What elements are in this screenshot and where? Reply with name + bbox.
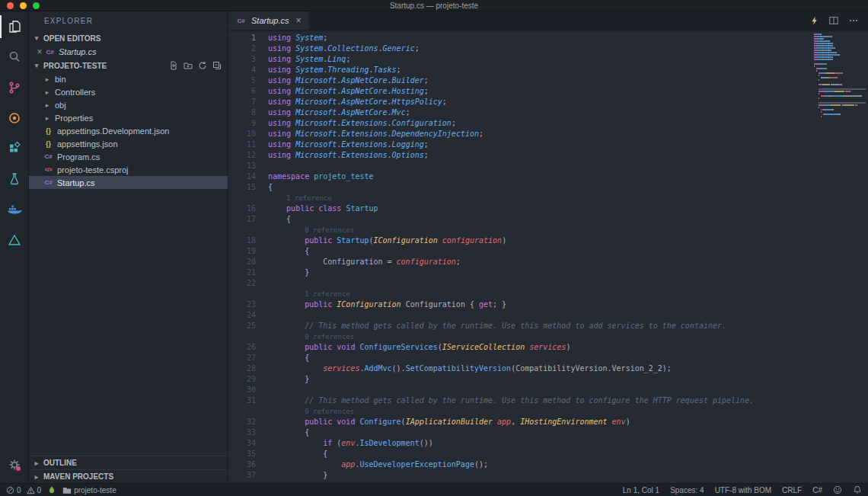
flask-icon (7, 171, 22, 187)
code-line[interactable]: 9using Microsoft.Extensions.Configuratio… (228, 118, 812, 129)
activity-triangle-extension-button[interactable] (0, 225, 29, 255)
code-line[interactable]: 26 public void ConfigureServices(IServic… (228, 342, 812, 353)
code-line[interactable]: 12using Microsoft.Extensions.Options; (228, 150, 812, 161)
code-line[interactable]: 11using Microsoft.Extensions.Logging; (228, 139, 812, 150)
tab-startup-cs[interactable]: C# Startup.cs × (228, 11, 309, 30)
close-tab-icon[interactable]: × (296, 15, 302, 26)
tree-item-label: projeto-teste.csproj (57, 165, 129, 174)
status-encoding[interactable]: UTF-8 with BOM (715, 486, 771, 494)
open-editors-header[interactable]: ▾ OPEN EDITORS (29, 31, 228, 45)
code-line[interactable]: 8using Microsoft.AspNetCore.Mvc; (228, 107, 812, 118)
status-language[interactable]: C# (812, 486, 822, 494)
run-lightning-icon[interactable] (809, 15, 819, 26)
code-line[interactable]: 32 public void Configure(IApplicationBui… (228, 417, 812, 427)
notifications-bell-button[interactable] (853, 485, 862, 494)
status-eol[interactable]: CRLF (782, 486, 802, 494)
codelens-label[interactable]: 0 references (305, 226, 354, 234)
code-line[interactable]: 16 public class Startup (228, 203, 812, 214)
code-line[interactable]: 10using Microsoft.Extensions.DependencyI… (228, 129, 812, 139)
open-editor-item[interactable]: × C# Startup.cs (29, 45, 228, 59)
line-number: 5 (228, 75, 256, 86)
codelens-label[interactable]: 0 references (305, 408, 354, 415)
tree-file-appsettings.json[interactable]: {}appsettings.json (29, 137, 228, 150)
problems-indicator[interactable]: 0 0 (6, 486, 41, 494)
line-content: using Microsoft.AspNetCore.Hosting; (256, 86, 812, 97)
close-window-button[interactable] (7, 2, 14, 9)
activity-settings-button[interactable] (0, 450, 29, 480)
code-line[interactable]: 14namespace projeto_teste (228, 171, 812, 182)
code-line[interactable]: 1using System; (228, 33, 812, 43)
outline-section-header[interactable]: ▸ OUTLINE (29, 456, 228, 469)
code-line[interactable]: 34 if (env.IsDevelopment()) (228, 438, 812, 449)
status-folder-button[interactable]: projeto-teste (62, 486, 116, 494)
tree-file-Program.cs[interactable]: C#Program.cs (29, 150, 228, 163)
triangle-icon (7, 232, 22, 248)
refresh-icon[interactable] (198, 61, 207, 70)
csproj-file-icon: </> (43, 167, 54, 172)
zoom-window-button[interactable] (33, 2, 40, 9)
code-line[interactable]: 33 { (228, 427, 812, 438)
tree-folder-bin[interactable]: ▸bin (29, 72, 228, 85)
more-actions-icon[interactable] (848, 15, 859, 26)
code-line[interactable]: 28 services.AddMvc().SetCompatibilityVer… (228, 363, 812, 374)
code-line[interactable]: 24 (228, 310, 812, 321)
code-line[interactable]: 3using System.Linq; (228, 54, 812, 65)
new-file-icon[interactable] (169, 61, 178, 70)
activity-package-extension-button[interactable] (0, 103, 29, 133)
code-line[interactable]: 30 (228, 385, 812, 395)
activity-bar (0, 11, 29, 483)
activity-docker-button[interactable] (0, 194, 29, 225)
code-line[interactable]: 13 (228, 161, 812, 171)
new-folder-icon[interactable] (183, 61, 193, 70)
minimap[interactable] (812, 30, 868, 483)
code-line[interactable]: 2using System.Collections.Generic; (228, 43, 812, 54)
code-line[interactable]: 31 // This method gets called by the run… (228, 395, 812, 406)
code-line[interactable]: 7using Microsoft.AspNetCore.HttpsPolicy; (228, 97, 812, 107)
line-content: using Microsoft.AspNetCore.HttpsPolicy; (256, 97, 812, 107)
code-line[interactable]: 27 { (228, 353, 812, 363)
collapse-all-icon[interactable] (212, 61, 222, 70)
code-line[interactable]: 37 } (228, 470, 812, 481)
code-line[interactable]: 29 } (228, 374, 812, 385)
status-extension-button[interactable] (48, 485, 56, 494)
tree-file-projeto-teste.csproj[interactable]: </>projeto-teste.csproj (29, 163, 228, 176)
code-line[interactable]: 6using Microsoft.AspNetCore.Hosting; (228, 86, 812, 97)
activity-source-control-button[interactable] (0, 72, 29, 103)
code-line[interactable]: 21 } (228, 267, 812, 278)
code-line[interactable]: 17 { (228, 214, 812, 225)
tree-file-Startup.cs[interactable]: C#Startup.cs (29, 176, 228, 189)
codelens-label[interactable]: 1 reference (286, 194, 332, 202)
tree-folder-obj[interactable]: ▸obj (29, 98, 228, 111)
code-line[interactable]: 22 (228, 278, 812, 289)
code-editor[interactable]: 1using System;2using System.Collections.… (228, 30, 868, 483)
code-line[interactable]: 19 { (228, 246, 812, 257)
status-indentation[interactable]: Spaces: 4 (670, 486, 704, 494)
activity-extensions-button[interactable] (0, 133, 29, 164)
code-line[interactable]: 18 public Startup(IConfiguration configu… (228, 235, 812, 246)
maven-projects-section-header[interactable]: ▸ MAVEN PROJECTS (29, 469, 228, 483)
code-line[interactable]: 36 app.UseDeveloperExceptionPage(); (228, 459, 812, 470)
activity-search-button[interactable] (0, 42, 29, 72)
code-line[interactable]: 5using Microsoft.AspNetCore.Builder; (228, 75, 812, 86)
codelens-label[interactable]: 1 reference (305, 290, 350, 298)
code-line[interactable]: 20 Configuration = configuration; (228, 257, 812, 267)
tree-folder-Properties[interactable]: ▸Properties (29, 111, 228, 124)
code-line[interactable]: 15{ (228, 182, 812, 193)
tree-folder-Controllers[interactable]: ▸Controllers (29, 85, 228, 98)
code-line[interactable]: 35 { (228, 449, 812, 459)
codelens-row: 0 references (228, 406, 812, 417)
split-editor-icon[interactable] (828, 15, 839, 26)
activity-explorer-button[interactable] (0, 11, 29, 42)
tree-file-appsettings.Development.json[interactable]: {}appsettings.Development.json (29, 124, 228, 137)
code-line[interactable]: 25 // This method gets called by the run… (228, 321, 812, 331)
codelens-label[interactable]: 0 references (305, 333, 354, 341)
minimize-window-button[interactable] (20, 2, 27, 9)
close-editor-icon[interactable]: × (35, 46, 44, 57)
activity-test-explorer-button[interactable] (0, 164, 29, 194)
code-line[interactable]: 4using System.Threading.Tasks; (228, 65, 812, 75)
feedback-smiley-button[interactable] (833, 485, 842, 494)
project-section-header[interactable]: ▾ PROJETO-TESTE (29, 59, 228, 72)
code-line[interactable]: 23 public IConfiguration Configuration {… (228, 299, 812, 310)
line-content: using System.Collections.Generic; (256, 43, 812, 54)
status-line-col[interactable]: Ln 1, Col 1 (623, 486, 659, 494)
